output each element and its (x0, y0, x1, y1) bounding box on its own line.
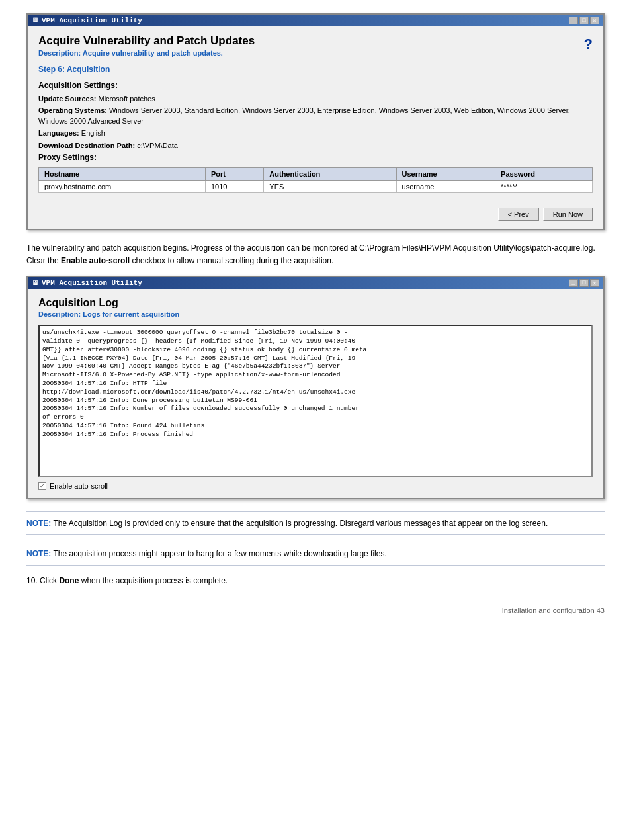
col-password: Password (495, 167, 593, 180)
dialog1-description: Description: Acquire vulnerability and p… (38, 49, 593, 57)
dialog1-icon: 🖥 (32, 17, 38, 24)
log-area[interactable]: us/unschx4i.exe -timeout 3000000 queryof… (38, 325, 593, 477)
languages-value: English (81, 129, 105, 137)
dialog2-icon: 🖥 (32, 279, 38, 287)
help-icon[interactable]: ? (584, 36, 593, 53)
update-sources-label: Update Sources: (38, 95, 96, 103)
proxy-table: Hostname Port Authentication Username Pa… (38, 167, 593, 193)
dialog2-titlebar: 🖥 VPM Acquisition Utility _ □ ✕ (28, 277, 603, 289)
dialog1-heading: Acquire Vulnerability and Patch Updates (38, 34, 593, 48)
acq-settings-label: Acquisition Settings: (38, 81, 593, 90)
note1-label: NOTE: (26, 519, 51, 528)
os-value: Windows Server 2003, Standard Edition, W… (38, 106, 570, 124)
proxy-password: ****** (495, 180, 593, 192)
col-port: Port (205, 167, 263, 180)
proxy-port: 1010 (205, 180, 263, 192)
proxy-username: username (396, 180, 495, 192)
dialog-log: 🖥 VPM Acquisition Utility _ □ ✕ Acquisit… (26, 276, 605, 499)
step10-bold: Done (59, 576, 79, 585)
col-hostname: Hostname (39, 167, 206, 180)
note2-block: NOTE: The acquisition process might appe… (26, 542, 605, 566)
proxy-settings-label: Proxy Settings: (38, 153, 593, 162)
dialog1-title-text: VPM Acquisition Utility (42, 17, 142, 24)
languages-label: Languages: (38, 129, 79, 137)
dialog2-minimize-button[interactable]: _ (569, 279, 578, 287)
note2-text: The acquisition process might appear to … (51, 549, 386, 558)
os-label: Operating Systems: (38, 106, 107, 114)
dialog2-titlebar-controls[interactable]: _ □ ✕ (569, 279, 599, 287)
proxy-auth: YES (264, 180, 396, 192)
close-button[interactable]: ✕ (590, 17, 599, 24)
step-title: Step 6: Acquisition (38, 65, 593, 74)
download-dest-label: Download Destination Path: (38, 142, 135, 149)
autoscroll-bold: Enable auto-scroll (61, 256, 130, 265)
step10-text: Click (40, 576, 59, 585)
autoscroll-checkbox[interactable]: ✓ (38, 482, 46, 490)
proxy-hostname: proxy.hostname.com (39, 180, 206, 192)
minimize-button[interactable]: _ (569, 17, 578, 24)
dialog2-heading: Acquisition Log (38, 297, 593, 309)
proxy-row: proxy.hostname.com 1010 YES username ***… (39, 180, 593, 192)
col-auth: Authentication (264, 167, 396, 180)
run-now-button[interactable]: Run Now (543, 208, 593, 221)
download-dest-field: Download Destination Path: c:\VPM\Data (38, 141, 593, 151)
dialog2-maximize-button[interactable]: □ (579, 279, 589, 287)
note2-label: NOTE: (26, 549, 51, 558)
dialog-acquire: 🖥 VPM Acquisition Utility _ □ ✕ ? Acquir… (26, 13, 605, 230)
dialog2-titlebar-left: 🖥 VPM Acquisition Utility (32, 279, 142, 287)
prev-button[interactable]: < Prev (498, 208, 539, 221)
download-dest-value: c:\VPM\Data (137, 142, 178, 149)
dialog1-titlebar: 🖥 VPM Acquisition Utility _ □ ✕ (28, 15, 603, 26)
log-wrapper: us/unschx4i.exe -timeout 3000000 queryof… (38, 325, 593, 477)
update-sources-value: Microsoft patches (98, 95, 155, 103)
col-username: Username (396, 167, 495, 180)
dialog1-footer: < Prev Run Now (28, 201, 603, 229)
body-paragraph: The vulnerability and patch acquisition … (26, 242, 605, 267)
dialog1-body: ? Acquire Vulnerability and Patch Update… (28, 26, 603, 201)
step10-text2: when the acquisition process is complete… (79, 576, 228, 585)
step10-paragraph: 10. Click Done when the acquisition proc… (26, 575, 605, 587)
titlebar-controls[interactable]: _ □ ✕ (569, 17, 599, 24)
operating-systems-field: Operating Systems: Windows Server 2003, … (38, 106, 593, 126)
dialog2-title-text: VPM Acquisition Utility (42, 279, 142, 287)
languages-field: Languages: English (38, 128, 593, 138)
titlebar-left: 🖥 VPM Acquisition Utility (32, 17, 142, 24)
maximize-button[interactable]: □ (579, 17, 589, 24)
note1-block: NOTE: The Acquisition Log is provided on… (26, 511, 605, 535)
dialog2-close-button[interactable]: ✕ (590, 279, 599, 287)
page-footer: Installation and configuration 43 (26, 607, 605, 614)
note1-text: The Acquisition Log is provided only to … (51, 519, 548, 528)
dialog2-body: Acquisition Log Description: Logs for cu… (28, 289, 603, 498)
autoscroll-row[interactable]: ✓ Enable auto-scroll (38, 482, 593, 490)
footer-text: Installation and configuration 43 (502, 607, 605, 614)
autoscroll-label: Enable auto-scroll (50, 482, 108, 490)
dialog2-description: Description: Logs for current acquisitio… (38, 310, 593, 318)
step10-number: 10. (26, 576, 38, 585)
update-sources-field: Update Sources: Microsoft patches (38, 94, 593, 104)
